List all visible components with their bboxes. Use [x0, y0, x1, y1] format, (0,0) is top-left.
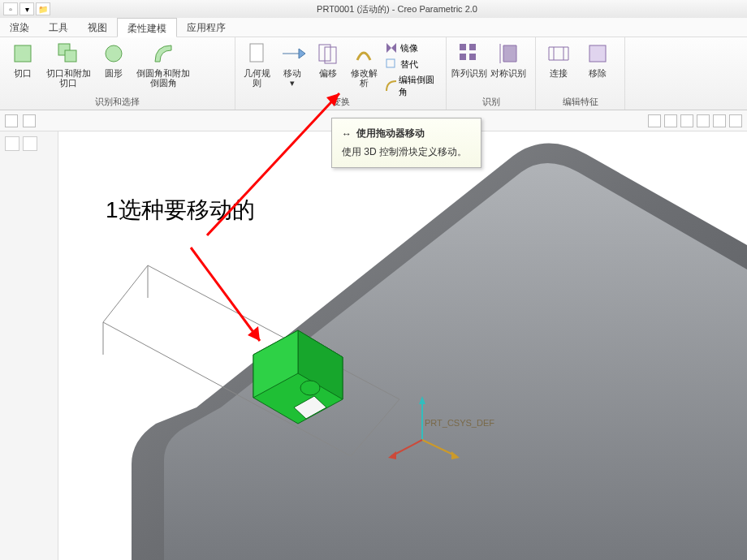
replace-icon [385, 58, 398, 71]
group-transform: 几何规则 移动▾ 偏移 修改解析 镜像 替代 编辑倒圆角 变换 [235, 37, 447, 110]
qat-icon-2[interactable]: ▾ [19, 2, 34, 15]
symmetry-recognize-icon [495, 41, 521, 67]
sec-r4[interactable] [697, 114, 710, 127]
svg-rect-9 [469, 44, 476, 50]
ribbon-tabs: 渲染 工具 视图 柔性建模 应用程序 [0, 18, 747, 37]
cut-attach-button[interactable]: 切口和附加切口 [44, 39, 93, 88]
tab-render[interactable]: 渲染 [0, 18, 39, 37]
move-button[interactable]: 移动▾ [276, 39, 309, 88]
replace-button[interactable]: 替代 [383, 57, 441, 71]
group-label-2: 变换 [235, 96, 446, 108]
title-bar: ▫ ▾ 📁 PRT0001 (活动的) - Creo Parametric 2.… [0, 0, 747, 18]
group-label-4: 编辑特征 [536, 96, 624, 108]
sec-r1[interactable] [648, 114, 661, 127]
left-panel [0, 131, 58, 560]
cut-icon [10, 41, 36, 67]
mirror-button[interactable]: 镜像 [383, 41, 441, 55]
svg-rect-0 [15, 45, 31, 62]
tab-apps[interactable]: 应用程序 [177, 18, 235, 37]
sec-r5[interactable] [713, 114, 726, 127]
round-icon [101, 41, 127, 67]
ribbon: 切口 切口和附加切口 圆形 倒圆角和附加倒圆角 识别和选择 几何规则 [0, 37, 747, 110]
offset-icon [315, 41, 341, 67]
sec-r3[interactable] [680, 114, 693, 127]
geom-rule-button[interactable]: 几何规则 [240, 39, 273, 88]
offset-button[interactable]: 偏移 [312, 39, 344, 78]
group-recognize: 阵列识别 对称识别 识别 [447, 37, 536, 110]
svg-point-3 [106, 45, 122, 62]
pattern-recognize-icon [456, 41, 482, 67]
pattern-recognize-button[interactable]: 阵列识别 [451, 39, 487, 78]
tab-flexible-model[interactable]: 柔性建模 [117, 18, 177, 37]
tooltip-icon: ↔ [342, 128, 352, 140]
chevron-down-icon: ▾ [290, 78, 295, 88]
fillet-attach-button[interactable]: 倒圆角和附加倒圆角 [135, 39, 192, 88]
geom-rule-icon [244, 41, 270, 67]
mirror-icon [385, 41, 398, 54]
group-label-3: 识别 [447, 96, 535, 108]
svg-rect-8 [460, 44, 466, 50]
move-icon [279, 41, 305, 67]
svg-rect-2 [65, 50, 76, 62]
symmetry-recognize-button[interactable]: 对称识别 [490, 39, 526, 78]
left-icon-1[interactable] [5, 136, 19, 151]
tab-tools[interactable]: 工具 [39, 18, 78, 37]
svg-rect-10 [460, 54, 466, 60]
svg-point-17 [300, 381, 320, 395]
secondary-right [648, 114, 742, 127]
csys-label: PRT_CSYS_DEF [425, 418, 494, 428]
sec-r2[interactable] [664, 114, 677, 127]
group-identify-select: 切口 切口和附加切口 圆形 倒圆角和附加倒圆角 识别和选择 [0, 37, 235, 110]
tab-view[interactable]: 视图 [78, 18, 117, 37]
annotation-1: 1选种要移动的 [106, 195, 255, 226]
sec-icon-1[interactable] [5, 114, 18, 127]
tooltip-move-drag: ↔使用拖动器移动 使用 3D 控制滑块定义移动。 [331, 118, 481, 168]
sec-icon-2[interactable] [23, 114, 36, 127]
quick-access-toolbar: ▫ ▾ 📁 [3, 2, 50, 15]
svg-rect-4 [250, 44, 263, 62]
tooltip-body: 使用 3D 控制滑块定义移动。 [342, 145, 471, 159]
svg-rect-14 [589, 45, 606, 62]
connect-button[interactable]: 连接 [541, 39, 576, 78]
modify-analyze-button[interactable]: 修改解析 [348, 39, 380, 88]
cut-attach-icon [55, 41, 81, 67]
svg-rect-11 [469, 54, 476, 60]
fillet-attach-icon [150, 41, 176, 67]
remove-icon [585, 41, 611, 67]
connect-icon [546, 41, 572, 67]
group-edit-feature: 连接 移除 编辑特征 [536, 37, 625, 110]
round-button[interactable]: 圆形 [96, 39, 132, 78]
sec-r6[interactable] [729, 114, 742, 127]
qat-icon-3[interactable]: 📁 [36, 2, 50, 15]
modify-analyze-icon [351, 41, 377, 67]
qat-icon-1[interactable]: ▫ [3, 2, 18, 15]
left-icon-2[interactable] [23, 136, 37, 151]
edit-fillet-icon [385, 80, 396, 93]
group-label-1: 识别和选择 [0, 96, 235, 108]
remove-button[interactable]: 移除 [580, 39, 615, 78]
window-title: PRT0001 (活动的) - Creo Parametric 2.0 [50, 3, 744, 15]
svg-rect-7 [386, 59, 395, 67]
transform-small-col: 镜像 替代 编辑倒圆角 [383, 39, 441, 99]
cut-button[interactable]: 切口 [5, 39, 41, 78]
